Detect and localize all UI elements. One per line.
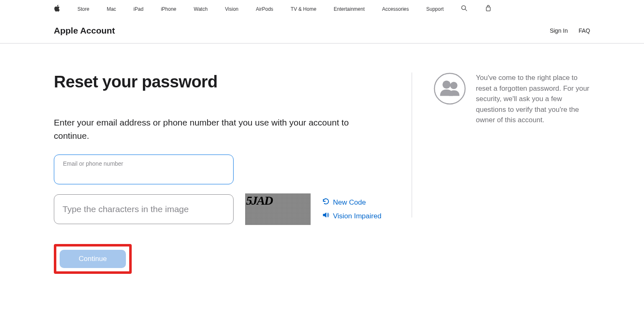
svg-point-0 (462, 6, 466, 10)
subnav-title: Apple Account (54, 26, 115, 36)
info-text: You've come to the right place to reset … (476, 72, 590, 126)
instructions-text: Enter your email address or phone number… (54, 116, 377, 142)
people-icon (434, 72, 466, 106)
svg-line-1 (466, 9, 467, 11)
apple-logo-icon[interactable] (54, 5, 60, 14)
svg-rect-2 (486, 7, 490, 11)
nav-tvhome[interactable]: TV & Home (291, 6, 316, 12)
nav-airpods[interactable]: AirPods (256, 6, 273, 12)
global-nav: Store Mac iPad iPhone Watch Vision AirPo… (0, 0, 644, 18)
nav-watch[interactable]: Watch (194, 6, 208, 12)
vision-impaired-label: Vision Impaired (333, 212, 381, 220)
email-input-group: Email or phone number (54, 155, 412, 184)
svg-marker-3 (323, 213, 326, 218)
page-heading: Reset your password (54, 72, 412, 91)
captcha-input[interactable] (54, 194, 234, 224)
faq-link[interactable]: FAQ (579, 27, 590, 34)
signin-link[interactable]: Sign In (550, 27, 568, 34)
speaker-icon (322, 211, 330, 221)
vision-impaired-link[interactable]: Vision Impaired (322, 211, 381, 221)
nav-iphone[interactable]: iPhone (161, 6, 176, 12)
nav-vision[interactable]: Vision (225, 6, 238, 12)
nav-entertainment[interactable]: Entertainment (334, 6, 365, 12)
new-code-label: New Code (333, 198, 366, 207)
nav-support[interactable]: Support (426, 6, 444, 12)
nav-mac[interactable]: Mac (107, 6, 116, 12)
nav-accessories[interactable]: Accessories (382, 6, 409, 12)
email-input[interactable] (54, 155, 234, 184)
main-container: Reset your password Enter your email add… (0, 43, 644, 290)
captcha-image: 5JAD (245, 193, 311, 225)
nav-ipad[interactable]: iPad (133, 6, 143, 12)
nav-store[interactable]: Store (77, 6, 89, 12)
svg-point-6 (450, 82, 458, 89)
info-sidebar: You've come to the right place to reset … (412, 72, 590, 274)
new-code-link[interactable]: New Code (322, 198, 381, 207)
continue-highlight: Continue (54, 244, 132, 274)
subnav: Apple Account Sign In FAQ (0, 18, 644, 43)
search-icon[interactable] (461, 5, 468, 14)
refresh-icon (322, 198, 330, 207)
continue-button[interactable]: Continue (60, 250, 126, 268)
bag-icon[interactable] (485, 5, 492, 14)
svg-point-5 (442, 81, 451, 89)
captcha-row: 5JAD New Code Vision Impaired (54, 193, 412, 225)
svg-point-4 (434, 73, 465, 104)
